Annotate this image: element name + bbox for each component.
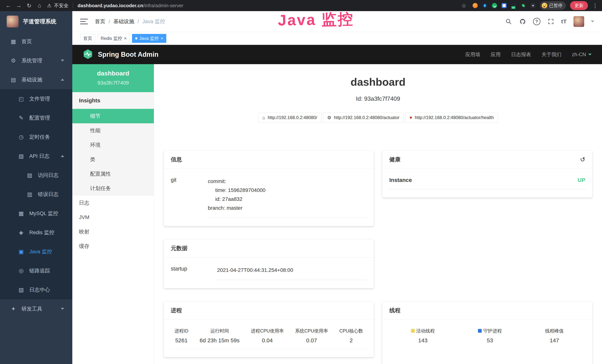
sidebar-item-infrastructure[interactable]: ▤ 基础设施 [0,70,72,89]
sidebar-item-mysql-monitor[interactable]: ▦ MySQL 监控 [0,204,72,223]
redis-icon: ◈ [18,229,24,236]
language-select[interactable]: zh-CN [572,52,592,57]
chevron-down-icon [61,60,64,62]
security-warning-label[interactable]: 不安全 [54,2,68,9]
sidebar-item-label: MySQL 监控 [29,210,58,217]
sba-instance-id: 93a3fc7f7409 [75,80,152,86]
sidebar-item-error-log[interactable]: ▥ 错误日志 [0,185,72,204]
back-icon[interactable]: ← [4,1,13,10]
sba-brand[interactable]: Spring Boot Admin [98,51,159,58]
sba-item-caches[interactable]: 缓存 [72,239,154,254]
sba-instance-name: dashboard [75,70,152,77]
close-icon[interactable]: × [124,36,127,41]
breadcrumb-current: Java 监控 [142,18,165,25]
font-size-icon[interactable]: tT [561,18,567,25]
sidebar-item-api-log[interactable]: ▧ API 日志 [0,147,72,166]
actuator-url-link[interactable]: ⚙ http://192.168.0.2:48080/actuator [323,113,404,123]
sba-item-classes[interactable]: 类 [72,152,154,167]
close-icon[interactable]: × [161,36,163,41]
address-bar[interactable]: ⚠ 不安全 dashboard.yudao.iocoder.cn/infra/a… [47,2,460,9]
metadata-card-title: 元数据 [171,245,187,252]
sba-nav-journal[interactable]: 日志报表 [511,51,531,58]
breadcrumb-home[interactable]: 首页 [95,18,105,25]
extension-on-badge: on [511,6,516,9]
extension-icon-fox[interactable] [473,3,478,8]
search-icon[interactable] [505,18,512,25]
gear-icon: ⚙ [10,57,17,64]
api-log-icon: ▧ [18,153,24,159]
avatar[interactable] [573,16,584,27]
breadcrumb-infrastructure[interactable]: 基础设施 [113,18,134,25]
sidebar-item-config-manage[interactable]: ✎ 配置管理 [0,108,72,127]
info-value: commit: time: 1596289704000 id: 27aa832 … [208,177,367,218]
heartbeat-icon: ♥ [409,115,412,120]
sidebar-item-label: 配置管理 [29,114,50,121]
page-annotation: Java 监控 [278,9,354,31]
extension-icon-paw[interactable] [530,3,536,8]
profile-paused-badge[interactable]: 已暂停 [540,1,566,10]
sba-nav-wallboard[interactable]: 应用墙 [465,51,480,58]
sba-item-logs[interactable]: 日志 [72,196,154,210]
url-path[interactable]: /infra/admin-server [143,3,183,8]
health-url-link[interactable]: ♥ http://192.168.0.2:48080/actuator/heal… [405,113,498,123]
browser-menu-icon[interactable]: ⋮ [592,2,598,9]
sba-item-jvm[interactable]: JVM [72,210,154,225]
config-pencil-icon: ✎ [18,115,24,121]
chevron-down-icon [61,308,64,310]
sidebar-item-system[interactable]: ⚙ 系统管理 [0,51,72,70]
chevron-up-icon [61,155,64,157]
tag-java-monitor[interactable]: Java 监控 × [132,34,166,43]
dev-tools-icon: ✦ [10,306,17,312]
sba-item-metrics[interactable]: 性能 [72,123,154,138]
fullscreen-icon[interactable] [547,18,555,25]
security-warning-icon[interactable]: ⚠ [47,3,51,9]
git-commit-id: id: 27aa832 [208,195,367,203]
sba-item-details[interactable]: 细节 [72,109,154,123]
sidebar-item-file-manage[interactable]: ◰ 文件管理 [0,89,72,108]
sidebar-item-home[interactable]: ▦ 首页 [0,32,72,51]
extension-icon-vue[interactable] [492,3,497,8]
process-card-title: 进程 [171,307,182,314]
sba-nav-applications[interactable]: 应用 [491,51,501,58]
forward-icon[interactable]: → [14,1,23,10]
sidebar-item-log-center[interactable]: ▧ 日志中心 [0,280,72,299]
legend-peak-threads: 线程峰值 147 [545,328,564,344]
tag-redis-monitor[interactable]: Redis 监控 × [97,34,130,43]
service-url-link[interactable]: ⌂ http://192.168.0.2:48080/ [258,113,322,123]
bookmark-star-icon[interactable]: ☆ [460,1,468,10]
avatar-caret-icon[interactable] [591,21,594,22]
extension-icon-drop[interactable] [482,3,487,8]
sidebar-item-label: 系统管理 [22,57,42,64]
sidebar-item-redis-monitor[interactable]: ◈ Redis 监控 [0,223,72,242]
metadata-key: startup [171,266,217,280]
sidebar-item-scheduled-jobs[interactable]: ◷ 定时任务 [0,127,72,147]
reload-icon[interactable]: ↻ [25,1,33,10]
github-icon[interactable] [519,18,526,25]
metadata-value: 2021-04-27T00:44:31.254+08:00 [217,266,367,280]
browser-update-button[interactable]: 更新 [570,1,588,10]
url-host[interactable]: dashboard.yudao.iocoder.cn [77,3,143,8]
sba-main: dashboard Id: 93a3fc7f7409 ⌂ http://192.… [154,64,602,364]
sidebar-item-access-log[interactable]: ▨ 访问日志 [0,166,72,185]
history-icon[interactable]: ↺ [580,156,585,163]
sba-item-environment[interactable]: 环境 [72,138,154,152]
info-card-title: 信息 [171,156,182,163]
logo-image [7,16,19,27]
sidebar-item-trace[interactable]: ◎ 链路追踪 [0,261,72,280]
sba-item-configprops[interactable]: 配置属性 [72,167,154,181]
sba-item-scheduled-tasks[interactable]: 计划任务 [72,181,154,196]
extension-icon-switch[interactable]: on [511,3,516,8]
sidebar-item-dev-tools[interactable]: ✦ 研发工具 [0,299,72,318]
sba-nav-about[interactable]: 关于我们 [541,51,561,58]
hamburger-icon[interactable] [80,19,88,24]
extension-icon-grid[interactable] [502,3,507,8]
actuator-url-label: http://192.168.0.2:48080/actuator [334,115,399,120]
info-card-header: 信息 [164,150,374,169]
extension-icon-leaf[interactable] [521,3,526,8]
sba-instance-header[interactable]: dashboard 93a3fc7f7409 [72,64,154,92]
sba-item-mappings[interactable]: 映射 [72,225,154,239]
tag-home[interactable]: 首页 [80,34,95,43]
sidebar-item-java-monitor[interactable]: ▣ Java 监控 [0,242,72,261]
browser-home-icon[interactable]: ⌂ [35,1,44,10]
help-icon[interactable]: ? [533,18,540,25]
